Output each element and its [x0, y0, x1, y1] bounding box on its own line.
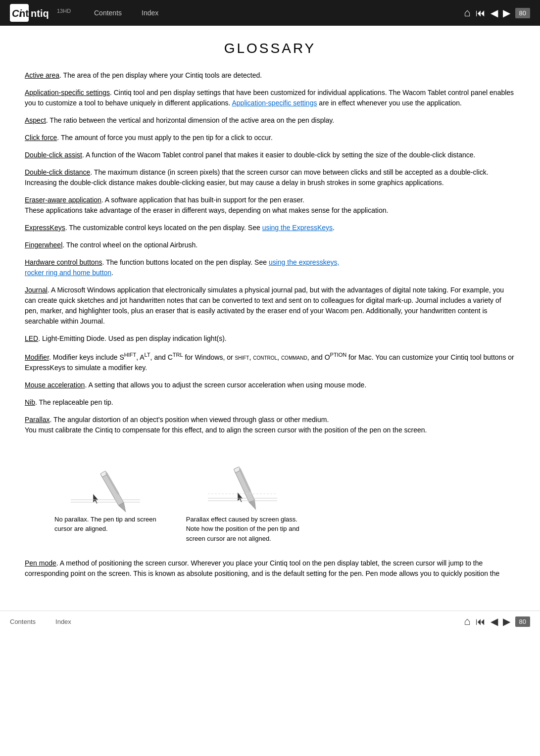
prev-page-icon[interactable]: ◀	[491, 8, 498, 18]
def-app-specific-2: are in effect whenever you use the appli…	[317, 99, 461, 107]
bottom-navigation-bar: Contents Index ⌂ ⏮ ◀ ▶ 80	[0, 611, 540, 632]
glossary-entry-click-force: Click force. The amount of force you mus…	[25, 133, 515, 143]
parallax-illustrations: No parallax. The pen tip and screen curs…	[54, 450, 515, 544]
logo-svg: Ci ntiq ntiq 13HD	[10, 4, 74, 22]
link-app-specific[interactable]: Application-specific settings	[232, 99, 317, 107]
def-parallax: . The angular distortion of an object’s …	[25, 416, 427, 434]
term-nib: Nib	[25, 398, 35, 406]
def-dbl-click-dist: . The maximum distance (in screen pixels…	[25, 168, 489, 187]
glossary-entry-led: LED. Light-Emitting Diode. Used as pen d…	[25, 333, 515, 344]
link-expresskeys[interactable]: using the ExpressKeys	[262, 224, 333, 232]
parallax-with-caption: Parallax effect caused by screen glass. …	[186, 515, 299, 544]
term-mouse-accel: Mouse acceleration	[25, 381, 85, 389]
term-parallax: Parallax	[25, 416, 50, 424]
term-app-specific: Application-specific settings	[25, 89, 110, 96]
glossary-entry-parallax: Parallax. The angular distortion of an o…	[25, 415, 515, 435]
term-aspect: Aspect	[25, 116, 46, 124]
term-eraser-aware: Eraser-aware application	[25, 196, 101, 204]
term-led: LED	[25, 334, 38, 342]
term-active-area: Active area	[25, 71, 59, 79]
def-fingerwheel: . The control wheel on the optional Airb…	[62, 241, 197, 249]
def-journal: . A Microsoft Windows application that e…	[25, 286, 504, 325]
def-modifier: . Modifier keys include SHIFT, ALT, and …	[25, 353, 514, 372]
glossary-entry-active-area: Active area. The area of the pen display…	[25, 70, 515, 81]
glossary-entry-pen-mode: Pen mode. A method of positioning the sc…	[25, 558, 515, 579]
term-hw-buttons: Hardware control buttons	[25, 258, 102, 266]
term-dbl-click-dist: Double-click distance	[25, 168, 90, 176]
bottom-next-page-icon[interactable]: ▶	[503, 616, 510, 626]
svg-text:ntiq: ntiq	[31, 8, 49, 19]
glossary-entry-journal: Journal. A Microsoft Windows application…	[25, 285, 515, 327]
def-hw-buttons-end: .	[111, 269, 113, 277]
term-pen-mode: Pen mode	[25, 559, 56, 567]
glossary-entry-modifier: Modifier. Modifier keys include SHIFT, A…	[25, 351, 515, 373]
glossary-entry-dbl-click-assist: Double-click assist. A function of the W…	[25, 150, 515, 160]
glossary-entry-eraser-aware: Eraser-aware application. A software app…	[25, 195, 515, 216]
home-icon[interactable]: ⌂	[464, 7, 470, 18]
def-led: . Light-Emitting Diode. Used as pen disp…	[38, 334, 227, 342]
bottom-page-number-badge: 80	[515, 616, 530, 627]
svg-rect-5	[101, 472, 123, 506]
page-title: GLOSSARY	[25, 41, 515, 56]
parallax-item-with-parallax: Parallax effect caused by screen glass. …	[186, 450, 299, 544]
bottom-first-page-icon[interactable]: ⏮	[476, 616, 486, 626]
def-hw-buttons: . The function buttons located on the pe…	[102, 258, 269, 266]
bottom-nav-icons: ⌂ ⏮ ◀ ▶ 80	[464, 616, 530, 627]
bottom-nav-links: Contents Index	[10, 618, 444, 625]
glossary-entry-nib: Nib. The replaceable pen tip.	[25, 397, 515, 408]
bottom-nav-index[interactable]: Index	[55, 618, 71, 625]
bottom-nav-contents[interactable]: Contents	[10, 618, 36, 625]
top-nav-icons: ⌂ ⏮ ◀ ▶ 80	[464, 7, 530, 18]
def-expresskeys-end: .	[333, 224, 335, 232]
nav-contents-link[interactable]: Contents	[94, 9, 122, 17]
glossary-entry-mouse-accel: Mouse acceleration. A setting that allow…	[25, 380, 515, 390]
bottom-prev-page-icon[interactable]: ◀	[491, 616, 498, 626]
term-click-force: Click force	[25, 134, 57, 142]
def-click-force: . The amount of force you must apply to …	[57, 134, 273, 142]
first-page-icon[interactable]: ⏮	[476, 8, 486, 18]
def-active-area: . The area of the pen display where your…	[59, 71, 262, 79]
def-pen-mode: . A method of positioning the screen cur…	[25, 559, 499, 577]
bottom-home-icon[interactable]: ⌂	[464, 616, 470, 627]
parallax-image	[193, 450, 292, 515]
def-aspect: . The ratio between the vertical and hor…	[46, 116, 334, 124]
term-expresskeys: ExpressKeys	[25, 224, 65, 232]
glossary-entry-dbl-click-dist: Double-click distance. The maximum dista…	[25, 167, 515, 188]
def-expresskeys: . The customizable control keys located …	[65, 224, 262, 232]
svg-text:13HD: 13HD	[57, 8, 71, 14]
term-journal: Journal	[25, 286, 48, 294]
parallax-no-caption: No parallax. The pen tip and screen curs…	[54, 515, 156, 534]
def-mouse-accel: . A setting that allows you to adjust th…	[85, 381, 366, 389]
main-content: GLOSSARY Active area. The area of the pe…	[0, 26, 540, 606]
logo: Ci ntiq ntiq 13HD	[10, 4, 74, 22]
glossary-entry-app-specific: Application-specific settings. Cintiq to…	[25, 88, 515, 108]
next-page-icon[interactable]: ▶	[503, 8, 510, 18]
def-dbl-click-assist: . A function of the Wacom Tablet control…	[82, 151, 476, 159]
nav-index-link[interactable]: Index	[142, 9, 158, 17]
no-parallax-image	[56, 450, 155, 515]
term-modifier: Modifier	[25, 353, 49, 361]
def-nib: . The replaceable pen tip.	[35, 398, 113, 406]
glossary-entry-fingerwheel: Fingerwheel. The control wheel on the op…	[25, 240, 515, 250]
term-dbl-click-assist: Double-click assist	[25, 151, 82, 159]
parallax-item-no-parallax: No parallax. The pen tip and screen curs…	[54, 450, 156, 534]
page-number-badge: 80	[515, 8, 530, 18]
top-nav-links: Contents Index	[94, 9, 444, 17]
glossary-entry-expresskeys: ExpressKeys. The customizable control ke…	[25, 223, 515, 233]
glossary-entry-hw-buttons: Hardware control buttons. The function b…	[25, 257, 515, 278]
top-navigation-bar: Ci ntiq ntiq 13HD Contents Index ⌂ ⏮ ◀ ▶…	[0, 0, 540, 26]
term-fingerwheel: Fingerwheel	[25, 241, 62, 249]
glossary-entry-aspect: Aspect. The ratio between the vertical a…	[25, 115, 515, 126]
